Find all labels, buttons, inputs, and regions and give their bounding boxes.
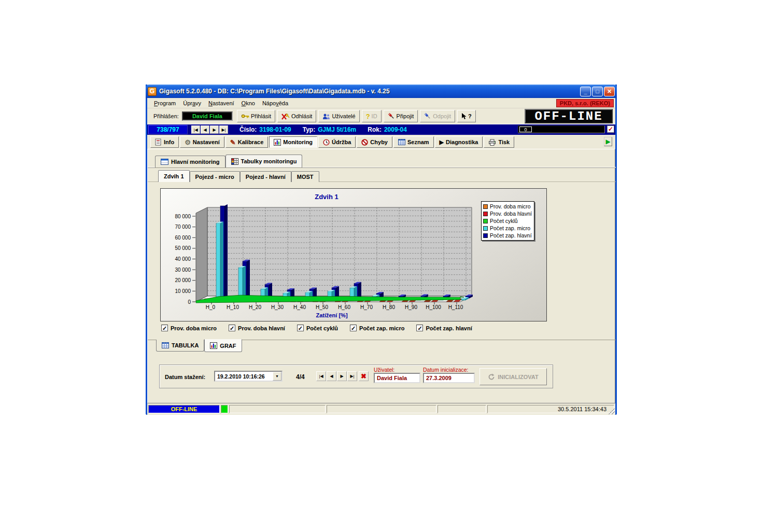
tab-údržba[interactable]: Údržba <box>318 136 356 148</box>
tab-kalibrace[interactable]: ✎Kalibrace <box>225 136 268 148</box>
context-help-button[interactable]: ? <box>457 110 476 122</box>
spin-value: 0 <box>519 127 532 132</box>
record-checkbox[interactable]: ✓ <box>607 125 614 133</box>
typ-label: Typ: <box>303 126 315 133</box>
subtab-tabulky-monitoringu[interactable]: Tabulky monitoringu <box>225 155 303 167</box>
svg-text:30 000: 30 000 <box>175 267 191 273</box>
download-first-button[interactable]: |◀ <box>316 371 326 381</box>
menu-program[interactable]: Program <box>150 99 179 107</box>
toggle-prov-doba-hlavn-[interactable]: ✓Prov. doba hlavní <box>229 325 285 331</box>
viewtab-pojezd---micro[interactable]: Pojezd - micro <box>190 171 240 182</box>
table-view-tabs: Zdvih 1Pojezd - microPojezd - hlavníMOST <box>158 170 319 182</box>
svg-text:H_0: H_0 <box>206 304 216 310</box>
status-indicator <box>221 405 228 413</box>
download-prev-button[interactable]: ◀ <box>327 371 336 381</box>
viewtab-most[interactable]: MOST <box>291 171 319 182</box>
datum-stazeni-label: Datum stažení: <box>165 374 205 380</box>
delete-download-button[interactable]: ✖ <box>359 371 369 381</box>
tab-monitoring[interactable]: Monitoring <box>269 136 317 148</box>
datum-inicializace-field: 27.3.2009 <box>423 373 475 383</box>
minimize-button[interactable]: _ <box>580 87 591 96</box>
record-first-button[interactable]: |◀ <box>191 125 200 134</box>
tab-seznam[interactable]: Seznam <box>393 136 434 148</box>
menu-nastavení[interactable]: Nastavení <box>205 99 238 107</box>
svg-text:Zdvih 1: Zdvih 1 <box>315 193 338 201</box>
app-window: G Gigasoft 5.2.0.480 - DB: C:\Program Fi… <box>146 85 617 415</box>
uzivatel-label: Uživatel: <box>374 367 394 373</box>
download-next-button[interactable]: ▶ <box>337 371 347 381</box>
toggle-po-et-zap-hlavn-[interactable]: ✓Počet zap. hlavní <box>416 325 472 331</box>
cislo-value: 3198-01-09 <box>259 126 291 133</box>
legend-swatch-icon <box>483 233 488 238</box>
plug-red-icon <box>388 113 395 120</box>
toggle-prov-doba-micro[interactable]: ✓Prov. doba micro <box>161 325 217 331</box>
checkbox-icon[interactable]: ✓ <box>350 325 357 331</box>
svg-text:H_100: H_100 <box>426 304 441 310</box>
svg-text:H_40: H_40 <box>293 304 306 310</box>
grid-icon <box>398 139 405 145</box>
viewtab-zdvih-1[interactable]: Zdvih 1 <box>158 170 190 182</box>
odhlásit-button[interactable]: Odhlásit <box>277 110 316 122</box>
svg-text:70 000: 70 000 <box>175 224 191 230</box>
legend-item: Prov. doba micro <box>483 203 532 210</box>
tab-chyby[interactable]: Chyby <box>357 136 392 148</box>
spin-field[interactable]: 0 <box>518 125 605 133</box>
record-last-button[interactable]: ▶| <box>219 125 228 134</box>
tab-info[interactable]: Info <box>150 136 179 148</box>
tab-tisk[interactable]: Tisk <box>484 136 514 148</box>
close-button[interactable]: ✕ <box>604 87 615 96</box>
play-icon: ▶ <box>440 139 444 145</box>
download-last-button[interactable]: ▶| <box>347 371 357 381</box>
table-color-icon <box>231 158 238 165</box>
record-next-button[interactable]: ▶ <box>210 125 219 134</box>
legend-swatch-icon <box>483 226 488 231</box>
toolbar: Přihlášen: David Fiala PřihlásitOdhlásit… <box>147 108 615 124</box>
titlebar[interactable]: G Gigasoft 5.2.0.480 - DB: C:\Program Fi… <box>146 85 617 98</box>
svg-text:20 000: 20 000 <box>175 277 191 283</box>
inicializovat-button[interactable]: INICIALIZOVAT <box>479 368 547 385</box>
toggle-po-et-zap-micro[interactable]: ✓Počet zap. micro <box>350 325 404 331</box>
legend-item: Počet cyklů <box>483 217 532 225</box>
main-tabs: Info⚙Nastavení✎KalibraceMonitoringÚdržba… <box>147 135 615 149</box>
svg-text:H_50: H_50 <box>316 304 328 310</box>
tab-nastavení[interactable]: ⚙Nastavení <box>180 136 224 148</box>
menu-úpravy[interactable]: Úpravy <box>179 99 205 107</box>
rok-value: 2009-04 <box>384 126 407 133</box>
license-badge: PKD, s.r.o. (REKO) <box>556 99 614 107</box>
přihlásit-button[interactable]: Přihlásit <box>237 110 275 122</box>
question-icon: ? <box>366 113 370 120</box>
plug-blue-icon <box>424 113 431 120</box>
uživatelé-button[interactable]: Uživatelé <box>318 110 359 122</box>
tab-diagnostika[interactable]: ▶Diagnostika <box>435 136 483 148</box>
chart-panel: Zdvih 1010 00020 00030 00040 00050 00060… <box>160 188 547 321</box>
svg-text:H_90: H_90 <box>405 304 417 310</box>
připojit-button[interactable]: Připojit <box>384 110 418 122</box>
bottomtab-tabulka[interactable]: TABULKA <box>156 340 204 352</box>
maximize-button[interactable]: □ <box>592 87 603 96</box>
menu-okno[interactable]: Okno <box>238 99 259 107</box>
datum-stazeni-combobox[interactable]: 19.2.2010 10:16:26 ▼ <box>214 371 283 382</box>
users-icon <box>322 113 330 120</box>
legend-swatch-icon <box>483 219 488 223</box>
clock-icon <box>323 139 330 146</box>
checkbox-icon[interactable]: ✓ <box>229 325 235 331</box>
chevron-down-icon[interactable]: ▼ <box>273 372 281 381</box>
bottomtab-graf[interactable]: GRAF <box>204 339 242 352</box>
next-page-button[interactable]: ▶ <box>604 137 612 146</box>
checkbox-icon[interactable]: ✓ <box>297 325 304 331</box>
resize-grip[interactable] <box>609 408 615 414</box>
svg-text:10 000: 10 000 <box>175 288 191 294</box>
record-counter: 738/797 <box>148 125 188 134</box>
odpojit-button[interactable]: Odpojit <box>420 110 455 122</box>
toggle-po-et-cykl-[interactable]: ✓Počet cyklů <box>297 325 338 331</box>
record-pager: 4/4 <box>296 373 305 381</box>
datum-inicializace-label: Datum inicializace: <box>423 367 469 373</box>
record-prev-button[interactable]: ◀ <box>201 125 209 134</box>
viewtab-pojezd---hlavní[interactable]: Pojezd - hlavní <box>240 171 291 182</box>
menu-nápověda[interactable]: Nápověda <box>259 99 292 107</box>
id-button[interactable]: ?ID <box>362 110 382 122</box>
legend-swatch-icon <box>483 204 488 209</box>
checkbox-icon[interactable]: ✓ <box>416 325 423 331</box>
subtab-hlavní-monitoring[interactable]: Hlavní monitoring <box>155 156 225 167</box>
checkbox-icon[interactable]: ✓ <box>161 325 168 331</box>
